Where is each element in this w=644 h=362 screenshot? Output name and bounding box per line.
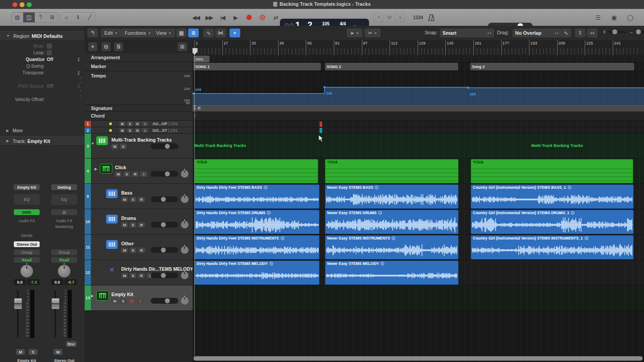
track-s-button[interactable]: S bbox=[120, 298, 127, 304]
song-marker-3[interactable]: Song 3 bbox=[470, 63, 634, 70]
strip-group-button[interactable]: Group bbox=[51, 249, 77, 255]
track-volume-slider[interactable] bbox=[151, 196, 178, 202]
inspector-icon[interactable]: ◫ bbox=[23, 12, 35, 22]
track-volume-thumb[interactable] bbox=[161, 248, 166, 252]
flex-icon[interactable]: ⋈ bbox=[215, 28, 226, 37]
track-m-button[interactable]: M bbox=[121, 248, 128, 253]
inspector-row-value[interactable]: Off bbox=[47, 84, 53, 89]
forward-button[interactable]: ▶▶ bbox=[203, 12, 215, 22]
smart-controls-icon[interactable]: ☼ bbox=[61, 12, 72, 22]
stepper-icon[interactable]: ▲ ▼ bbox=[77, 57, 80, 62]
play-button[interactable]: ▶ bbox=[230, 12, 242, 22]
strip-fader-cap[interactable] bbox=[52, 298, 59, 309]
strip-fx-label[interactable]: Mastering bbox=[51, 224, 77, 229]
disclosure-down-icon[interactable]: ▼ bbox=[91, 142, 94, 146]
audio-region[interactable]: Dirty Hands Dirty Feet STEMS BASS bbox=[194, 184, 320, 209]
track-r-button[interactable]: R bbox=[135, 122, 140, 126]
strip-pan-knob[interactable] bbox=[21, 265, 33, 277]
click-region[interactable]: *Click bbox=[325, 159, 459, 183]
strip-output-button[interactable]: Stereo Out bbox=[14, 241, 40, 247]
track-r-button[interactable]: R bbox=[138, 222, 145, 228]
audio-waveform-icon[interactable] bbox=[106, 215, 118, 224]
track-volume-slider[interactable] bbox=[151, 273, 178, 278]
strip-setting-button[interactable]: Empty Kit bbox=[14, 184, 40, 190]
track-header-3[interactable]: 3▼Multi-Track Backing TracksMS bbox=[85, 134, 193, 159]
drum-machine-icon[interactable] bbox=[96, 291, 109, 301]
stereo-format-icon[interactable]: ◎ bbox=[51, 209, 77, 215]
x-button-icon[interactable]: ✕ bbox=[373, 13, 383, 22]
track-m-button[interactable]: M bbox=[111, 144, 118, 149]
editors-icon[interactable]: ╱ bbox=[84, 12, 95, 22]
strip-fader-track[interactable] bbox=[54, 290, 56, 338]
global-track-tempo[interactable]: Tempo14012010090 bbox=[85, 71, 193, 105]
track-volume-slider[interactable] bbox=[151, 143, 178, 149]
audio-region[interactable]: Dirty Hands Dirty Feet STEMS MELODY bbox=[194, 260, 320, 285]
rewind-button[interactable]: ◀◀ bbox=[190, 12, 201, 22]
master-stack-solo-button[interactable]: S bbox=[114, 42, 123, 51]
track-s-button[interactable]: S bbox=[130, 222, 136, 228]
inspector-row-value[interactable]: Off bbox=[47, 57, 53, 62]
solo-button[interactable]: S bbox=[29, 349, 37, 355]
track-m-button[interactable]: M bbox=[121, 273, 128, 278]
track-i-button[interactable]: I bbox=[137, 298, 144, 304]
audio-region[interactable]: Never Easy STEMS BASS bbox=[325, 184, 459, 209]
library-icon[interactable]: ▤ bbox=[12, 12, 23, 22]
song-marker-1[interactable]: SONG 1 bbox=[193, 63, 321, 70]
mute-button[interactable]: M bbox=[53, 349, 62, 355]
edit-menu[interactable]: Edit▼ bbox=[101, 28, 121, 37]
track-i-button[interactable]: I bbox=[142, 122, 148, 126]
track-s-button[interactable]: S bbox=[130, 273, 136, 278]
stack-waveform-icon[interactable] bbox=[96, 136, 108, 145]
bounce-button[interactable]: Bnc bbox=[66, 341, 77, 347]
checkbox[interactable] bbox=[47, 50, 52, 55]
strip-fx-label[interactable]: Audio FX bbox=[51, 218, 77, 224]
automation-icon[interactable]: ∿ bbox=[203, 28, 214, 37]
audio-region[interactable]: Country Girl (Instrumental Version) STEM… bbox=[471, 210, 634, 234]
track-m-button[interactable]: M bbox=[121, 197, 128, 202]
record-button[interactable] bbox=[243, 12, 255, 22]
duplicate-track-icon[interactable]: ⧉ bbox=[102, 42, 111, 51]
audio-region[interactable]: Country Girl (Instrumental Version) STEM… bbox=[471, 184, 634, 209]
track-volume-thumb[interactable] bbox=[165, 298, 170, 303]
browsers-icon[interactable]: ❒ bbox=[640, 12, 644, 22]
strip-fader-track[interactable] bbox=[17, 290, 19, 338]
track-header-4[interactable]: 4▶ClickMSRI bbox=[85, 159, 193, 184]
track-m-button[interactable]: M bbox=[119, 128, 125, 133]
strip-eq-display[interactable]: EQ bbox=[14, 194, 40, 205]
scissors-tool-menu[interactable]: ✂▼ bbox=[365, 28, 381, 37]
track-r-button[interactable]: R bbox=[138, 273, 145, 278]
click-region[interactable]: *Click bbox=[194, 159, 318, 183]
audio-region[interactable]: Never Easy STEMS MELODY bbox=[325, 260, 459, 285]
disclosure-right-icon[interactable]: ▶ bbox=[91, 294, 94, 298]
mute-button[interactable]: M bbox=[16, 349, 25, 355]
vertical-zoom-slider[interactable]: ⇕ bbox=[603, 30, 627, 34]
track-pan-knob[interactable] bbox=[181, 195, 189, 203]
audio-region[interactable]: Dirty Hands Dirty Feet STEMS INSTRUMENTS bbox=[194, 235, 320, 260]
track-header-10[interactable]: 10DrumsMSR bbox=[85, 209, 193, 235]
track-s-button[interactable]: S bbox=[123, 171, 130, 177]
audio-region[interactable]: Never Easy STEMS INSTRUMENTS bbox=[325, 235, 459, 260]
note-pads-icon[interactable]: ▣ bbox=[608, 12, 619, 22]
count-in-button[interactable]: 1234 bbox=[412, 12, 424, 22]
track-pan-knob[interactable] bbox=[181, 272, 189, 279]
global-track-arrangement[interactable]: Arrangement+ bbox=[85, 53, 193, 62]
drag-dropdown[interactable]: No Overlap▲▼ bbox=[513, 28, 562, 37]
track-header-2[interactable]: 2MSRIGO...XT | Ch1 bbox=[85, 127, 193, 134]
audio-region[interactable]: Dirty Hands Dirty Feet STEMS DRUMS bbox=[194, 210, 320, 234]
s-button-icon[interactable]: S bbox=[395, 13, 405, 22]
region-inspector-header[interactable]: ▼ Region: MIDI Defaults bbox=[0, 31, 85, 41]
audio-waveform-icon[interactable] bbox=[106, 240, 118, 249]
go-to-beginning-button[interactable]: |◀ bbox=[217, 12, 228, 22]
strip-pan-knob[interactable] bbox=[58, 265, 70, 277]
toolbar-plus-icon[interactable]: ⊞ bbox=[46, 12, 58, 22]
vertical-auto-zoom-icon[interactable]: ⇳ bbox=[575, 28, 586, 37]
grid-icon[interactable]: ▦ bbox=[176, 28, 187, 37]
audio-region[interactable]: Country Girl (Instrumental Version) STEM… bbox=[471, 235, 634, 260]
midi-region-track2[interactable] bbox=[320, 128, 322, 133]
track-header-11[interactable]: 11OtherMSR bbox=[85, 235, 193, 260]
strip-sends-label[interactable]: Sends bbox=[14, 232, 40, 238]
track-r-button[interactable]: R bbox=[135, 128, 140, 133]
view-menu[interactable]: View▼ bbox=[152, 28, 175, 37]
track-r-button[interactable]: R bbox=[132, 171, 139, 177]
strip-fx-label[interactable]: Audio FX bbox=[14, 218, 40, 224]
